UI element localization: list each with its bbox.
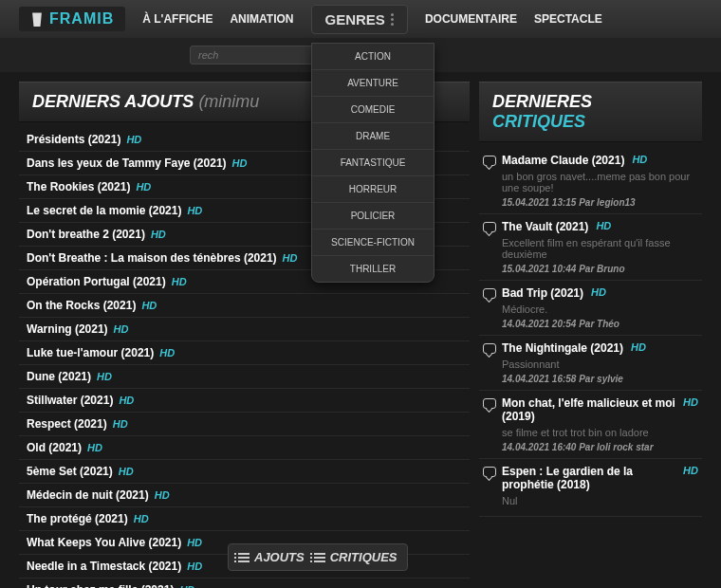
nav-spectacle[interactable]: SPECTACLE	[534, 12, 602, 26]
critiques-title-1: DERNIERES	[492, 92, 592, 111]
hd-badge: HD	[683, 465, 698, 476]
genre-drame[interactable]: DRAME	[312, 123, 434, 150]
brand-text: FRAMIB	[49, 10, 114, 28]
speech-bubble-icon	[483, 222, 496, 232]
critique-item: Espen : Le gardien de la prophétie (2018…	[479, 459, 702, 517]
item-title: The protégé (2021)	[27, 512, 128, 525]
list-item[interactable]: Médecin de nuit (2021)HD	[19, 484, 470, 507]
hd-badge: HD	[187, 537, 202, 548]
hd-badge: HD	[179, 584, 194, 588]
hd-badge: HD	[134, 513, 149, 524]
critique-movie-title: The Vault (2021)	[502, 220, 588, 233]
tab-critiques[interactable]: CRITIQUES	[314, 550, 397, 564]
critique-meta: 14.04.2021 16:58 Par sylvie	[483, 374, 698, 384]
list-item[interactable]: Un tour chez ma fille (2021)HD	[19, 579, 470, 588]
ajouts-subtitle: (minimu	[198, 92, 259, 111]
list-item[interactable]: Dune (2021)HD	[19, 365, 470, 389]
genre-thriller[interactable]: THRILLER	[312, 256, 434, 282]
list-item[interactable]: On the Rocks (2021)HD	[19, 294, 470, 318]
genre-science-fiction[interactable]: SCIENCE-FICTION	[312, 230, 434, 256]
top-navigation: FRAMIB À L'AFFICHE ANIMATION GENRES DOCU…	[0, 0, 721, 38]
critique-item: The Nightingale (2021)HDPassionnant14.04…	[479, 336, 702, 391]
hd-badge: HD	[155, 489, 170, 501]
critique-item: Bad Trip (2021)HDMédiocre.14.04.2021 20:…	[479, 281, 702, 336]
nav-affiche[interactable]: À L'AFFICHE	[142, 12, 213, 26]
item-title: 5ème Set (2021)	[27, 465, 113, 478]
item-title: On the Rocks (2021)	[27, 299, 136, 312]
critique-text: Médiocre.	[483, 300, 698, 319]
list-item[interactable]: 5ème Set (2021)HD	[19, 460, 470, 484]
critique-text: se filme et trot trot bin on ladore	[483, 423, 698, 442]
speech-bubble-icon	[483, 343, 496, 354]
nav-genres-label: GENRES	[325, 11, 385, 28]
hd-badge: HD	[596, 220, 611, 231]
critique-text: Excellent film en espérant qu'il fasse d…	[483, 233, 698, 264]
hd-badge: HD	[114, 323, 129, 335]
item-title: Présidents (2021)	[27, 133, 120, 146]
critique-title[interactable]: Espen : Le gardien de la prophétie (2018…	[483, 465, 698, 491]
hd-badge: HD	[159, 347, 175, 358]
hd-badge: HD	[113, 418, 128, 430]
ajouts-title: DERNIERS AJOUTS	[32, 92, 194, 111]
list-item[interactable]: Warning (2021)HD	[19, 318, 470, 341]
hd-badge: HD	[591, 286, 606, 298]
list-item[interactable]: Luke tue-l'amour (2021)HD	[19, 341, 470, 365]
critique-meta: 14.04.2021 16:40 Par loli rock star	[483, 442, 698, 452]
critique-text: Nul	[483, 491, 698, 510]
item-title: Don't Breathe : La maison des ténèbres (…	[27, 251, 277, 265]
logo[interactable]: FRAMIB	[19, 7, 125, 31]
list-icon	[314, 553, 325, 562]
speech-bubble-icon	[483, 156, 496, 166]
hd-badge: HD	[126, 134, 141, 145]
nav-documentaire[interactable]: DOCUMENTAIRE	[425, 12, 517, 26]
item-title: Luke tue-l'amour (2021)	[27, 346, 154, 359]
list-item[interactable]: The protégé (2021)HD	[19, 507, 470, 531]
tab-ajouts[interactable]: AJOUTS	[238, 550, 305, 564]
critique-text: un bon gros navet....meme pas bon pour u…	[483, 167, 698, 197]
hd-badge: HD	[631, 341, 646, 353]
bottom-tabs: AJOUTS CRITIQUES	[228, 543, 408, 571]
list-item[interactable]: Old (2021)HD	[19, 436, 470, 460]
list-icon	[238, 553, 250, 562]
hd-badge: HD	[97, 371, 112, 382]
nav-animation[interactable]: ANIMATION	[230, 12, 293, 26]
critique-title[interactable]: Mon chat, l'elfe malicieux et moi (2019)…	[483, 396, 698, 423]
critique-text: Passionnant	[483, 355, 698, 374]
item-title: What Keeps You Alive (2021)	[27, 536, 181, 549]
genre-policier[interactable]: POLICIER	[312, 203, 434, 230]
genre-fantastique[interactable]: FANTASTIQUE	[312, 150, 434, 176]
critique-movie-title: Madame Claude (2021)	[502, 154, 624, 167]
tab-critiques-label: CRITIQUES	[330, 550, 397, 564]
critique-title[interactable]: Bad Trip (2021)HD	[483, 286, 698, 300]
critique-movie-title: Mon chat, l'elfe malicieux et moi (2019)	[502, 396, 675, 423]
item-title: Stillwater (2021)	[27, 394, 113, 407]
critiques-column: DERNIERES CRITIQUES Madame Claude (2021)…	[479, 82, 702, 588]
genre-comedie[interactable]: COMEDIE	[312, 97, 434, 123]
genre-aventure[interactable]: AVENTURE	[312, 70, 434, 97]
critiques-title-2: CRITIQUES	[492, 112, 585, 131]
hd-badge: HD	[87, 442, 102, 453]
item-title: The Rookies (2021)	[27, 180, 130, 193]
item-title: Dune (2021)	[27, 370, 91, 383]
critique-title[interactable]: The Vault (2021)HD	[483, 220, 698, 233]
genre-horreur[interactable]: HORREUR	[312, 176, 434, 203]
critique-title[interactable]: The Nightingale (2021)HD	[483, 341, 698, 355]
critique-item: Mon chat, l'elfe malicieux et moi (2019)…	[479, 391, 702, 459]
nav-genres[interactable]: GENRES	[311, 5, 408, 34]
speech-bubble-icon	[483, 398, 496, 409]
genre-action[interactable]: ACTION	[312, 44, 434, 70]
item-title: Old (2021)	[27, 441, 82, 454]
item-title: Don't breathe 2 (2021)	[27, 228, 145, 241]
critique-item: Madame Claude (2021)HDun bon gros navet.…	[479, 148, 702, 214]
critique-item: The Vault (2021)HDExcellent film en espé…	[479, 214, 702, 281]
hd-badge: HD	[187, 205, 202, 216]
critiques-header: DERNIERES CRITIQUES	[479, 82, 702, 142]
critique-title[interactable]: Madame Claude (2021)HD	[483, 154, 698, 167]
list-item[interactable]: Stillwater (2021)HD	[19, 389, 470, 413]
hd-badge: HD	[136, 181, 151, 193]
cup-icon	[30, 11, 44, 27]
critique-meta: 15.04.2021 10:44 Par Bruno	[483, 264, 698, 274]
list-item[interactable]: Respect (2021)HD	[19, 413, 470, 436]
critique-meta: 14.04.2021 20:54 Par Théo	[483, 319, 698, 329]
hd-badge: HD	[119, 395, 134, 406]
